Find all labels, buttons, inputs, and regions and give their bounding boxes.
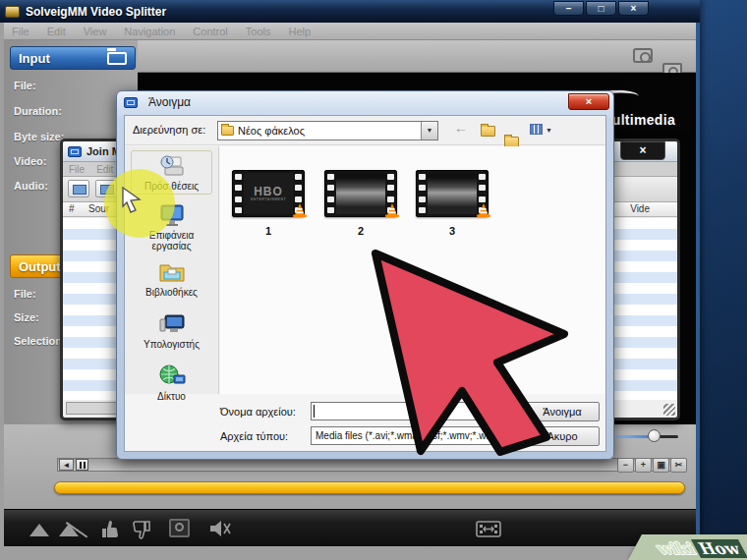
- join-add-file-icon[interactable]: [68, 180, 89, 197]
- transport-bar: ⚑ 00:00:00,00 ◄► ◄► 00:00:00,00 ⚑ ✓ ⚑ Tr…: [4, 509, 696, 546]
- join-resize-grip[interactable]: [663, 404, 675, 416]
- zoom-out-button[interactable]: −: [617, 458, 634, 473]
- mute-speaker-icon[interactable]: [208, 520, 232, 537]
- join-col-hash[interactable]: #: [69, 203, 75, 214]
- up-folder-icon[interactable]: [481, 126, 495, 137]
- file-thumbnail-3[interactable]: [416, 170, 488, 217]
- seek-handle[interactable]: [76, 459, 88, 471]
- input-video-label: Video:: [14, 155, 46, 167]
- snapshot-icon[interactable]: [633, 48, 653, 63]
- folder-icon: [221, 126, 234, 136]
- input-file-label: File:: [14, 80, 36, 91]
- file-label-1: 1: [232, 225, 305, 237]
- sidebar-item-label: Βιβλιοθήκες: [145, 287, 198, 298]
- file-thumbnail-2[interactable]: [324, 170, 397, 217]
- output-selection-label: Selection:: [14, 335, 66, 347]
- join-close-button[interactable]: ×: [620, 141, 665, 160]
- thumb1-brand: HBO: [254, 187, 283, 197]
- look-in-label: Διερεύνηση σε:: [133, 124, 205, 136]
- menu-control[interactable]: Control: [193, 26, 227, 37]
- file-name-label: Όνομα αρχείου:: [220, 406, 311, 418]
- menu-navigation[interactable]: Navigation: [124, 26, 175, 37]
- join-col-video[interactable]: Vide: [630, 203, 650, 214]
- seek-back-button[interactable]: ◄: [59, 459, 74, 471]
- libraries-icon: [157, 259, 187, 285]
- output-file-label: File:: [14, 288, 36, 300]
- look-in-value: Νέος φάκελος: [238, 125, 305, 137]
- sidebar-item-computer[interactable]: Υπολογιστής: [125, 311, 218, 350]
- join-menu-edit[interactable]: Edit: [96, 164, 113, 175]
- output-size-label: Size:: [14, 311, 39, 323]
- window-controls: – □ ×: [553, 1, 649, 16]
- file-thumbnail-1[interactable]: HBO ENTERTAINMENT: [232, 170, 305, 217]
- open-dialog-title: Άνοιγμα: [148, 95, 191, 109]
- open-dialog-close-button[interactable]: ×: [568, 93, 609, 110]
- look-in-row: Διερεύνηση σε: Νέος φάκελος ▼ ← ▼: [125, 116, 605, 145]
- look-in-combobox[interactable]: Νέος φάκελος ▼: [217, 121, 438, 140]
- thumb1-brand-sub: ENTERTAINMENT: [251, 197, 286, 201]
- back-icon[interactable]: ←: [454, 120, 468, 136]
- volume-slider-knob[interactable]: [648, 429, 661, 442]
- marker-left-disabled-icon[interactable]: [59, 524, 79, 536]
- app-title: SolveigMM Video Splitter: [26, 5, 166, 19]
- menu-tools[interactable]: Tools: [246, 26, 271, 37]
- fit-frame-button[interactable]: ▣: [653, 458, 669, 473]
- menu-edit[interactable]: Edit: [47, 26, 66, 37]
- sidebar-item-label: Υπολογιστής: [144, 339, 200, 350]
- menu-bar: File Edit View Navigation Control Tools …: [4, 23, 696, 40]
- menu-help[interactable]: Help: [289, 26, 312, 37]
- small-cursor-icon: [120, 187, 144, 214]
- big-red-arrow-cursor: [334, 216, 600, 491]
- input-audio-label: Audio:: [14, 180, 48, 192]
- input-duration-label: Duration:: [14, 105, 62, 117]
- vlc-cone-icon: [292, 202, 308, 222]
- minimize-button[interactable]: –: [553, 1, 584, 16]
- wikihow-logo: wiki How: [653, 539, 747, 558]
- open-dialog-titlebar[interactable]: Άνοιγμα: [117, 91, 613, 113]
- zoom-in-button[interactable]: +: [635, 458, 652, 473]
- sidebar-item-libraries[interactable]: Βιβλιοθήκες: [125, 259, 218, 298]
- join-app-icon: [68, 146, 82, 157]
- folder-icon: [107, 52, 127, 65]
- app-icon: [5, 6, 20, 18]
- desktop: SolveigMM Video Splitter – □ × File Edit…: [0, 0, 747, 560]
- sidebar-item-label: Δίκτυο: [157, 391, 186, 402]
- views-chevron-icon[interactable]: ▼: [546, 127, 552, 134]
- views-icon[interactable]: [530, 124, 543, 135]
- maximize-button[interactable]: □: [586, 1, 616, 16]
- close-button[interactable]: ×: [618, 1, 649, 16]
- menu-file[interactable]: File: [12, 26, 29, 37]
- open-dialog-icon: [124, 97, 138, 108]
- sidebar-item-network[interactable]: Δίκτυο: [125, 364, 218, 402]
- recent-places-icon: [157, 153, 187, 179]
- computer-icon: [157, 311, 187, 337]
- preview-toolbar: [138, 40, 696, 73]
- scene-detect-icon[interactable]: [169, 519, 190, 537]
- filmstrip-icon[interactable]: [476, 521, 501, 537]
- file-type-label: Αρχεία τύπου:: [220, 430, 311, 442]
- network-icon: [157, 364, 187, 389]
- text-caret: [314, 405, 315, 418]
- join-menu-file[interactable]: File: [69, 164, 85, 175]
- chevron-down-icon[interactable]: ▼: [421, 122, 437, 140]
- menu-view[interactable]: View: [84, 26, 107, 37]
- thumb-down-icon[interactable]: [132, 521, 153, 540]
- cut-tool-button[interactable]: ✂: [670, 458, 687, 473]
- thumb-up-icon[interactable]: [98, 520, 120, 539]
- input-bytesize-label: Byte size:: [14, 131, 64, 142]
- marker-left-icon[interactable]: [29, 524, 49, 536]
- input-section-header[interactable]: Input: [10, 46, 136, 70]
